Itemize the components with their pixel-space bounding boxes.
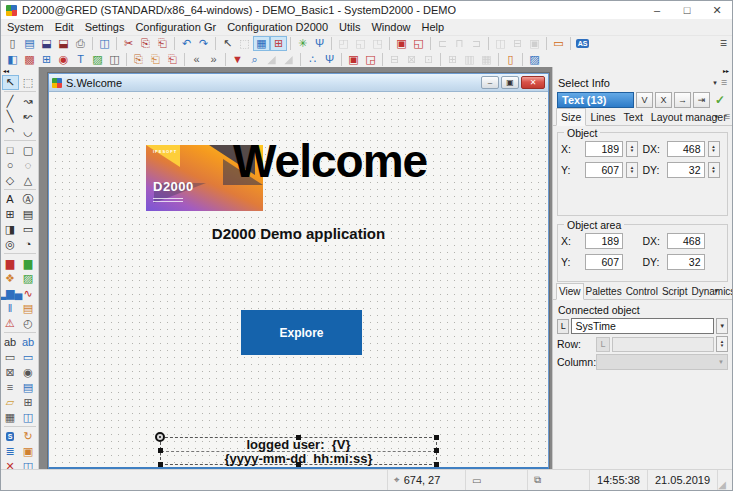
- bitmap-tool-icon[interactable]: ▨: [20, 271, 37, 286]
- display-tool-icon[interactable]: ◫: [20, 459, 37, 469]
- palette-view-icon[interactable]: ▩: [21, 52, 38, 67]
- palette-tool-icon[interactable]: ❖: [2, 271, 19, 286]
- picture-settings-icon[interactable]: ◫: [96, 36, 113, 51]
- tab-layout-manager[interactable]: Layout manager: [647, 109, 731, 125]
- combo-dropdown-icon[interactable]: ▼: [716, 318, 728, 334]
- print-icon[interactable]: ⎙: [72, 36, 89, 51]
- close-button[interactable]: ✕: [702, 1, 732, 19]
- undo-icon[interactable]: ↶: [178, 36, 195, 51]
- dialog-frame-icon[interactable]: ▯: [502, 52, 519, 67]
- rounded-rect-tool-icon[interactable]: ▢: [20, 143, 37, 158]
- paste-icon[interactable]: ⎗: [154, 36, 171, 51]
- selection-x-button[interactable]: X: [655, 92, 672, 108]
- grid-toggle-icon[interactable]: ▦: [253, 36, 270, 51]
- selection-handle[interactable]: [158, 462, 163, 467]
- rectangle-tool-icon[interactable]: □: [2, 143, 19, 158]
- object-dy-input[interactable]: [667, 162, 705, 178]
- previous-icon[interactable]: «: [188, 52, 205, 67]
- tab-text[interactable]: Text: [620, 109, 647, 125]
- toolbar-grip-icon[interactable]: ☰: [720, 39, 729, 48]
- arc-tool-icon[interactable]: ◠: [2, 124, 19, 139]
- diamond-tool-icon[interactable]: ◇: [2, 173, 19, 188]
- send-backward-icon[interactable]: ◲: [362, 52, 379, 67]
- selection-handle[interactable]: [434, 462, 439, 467]
- toolbox-collapse-icon[interactable]: ◂◂: [1, 67, 38, 75]
- browser-tool-icon[interactable]: ▣: [20, 444, 37, 459]
- panel-grip-icon[interactable]: ☰: [724, 113, 730, 121]
- toggle-tool-icon[interactable]: ▭: [20, 350, 37, 365]
- swt-tool-icon[interactable]: S: [2, 429, 19, 444]
- tab-dynamics[interactable]: Dynamics: [689, 284, 732, 299]
- menu-item-window[interactable]: Window: [371, 21, 410, 33]
- panel-pin-icon[interactable]: ▸▸: [553, 67, 732, 76]
- frame-tool-icon[interactable]: ▭: [20, 222, 37, 237]
- bar-graph-tool-icon[interactable]: ▂▆▄: [2, 286, 19, 301]
- display-view-icon[interactable]: ◫: [106, 52, 123, 67]
- cut-icon[interactable]: ✂: [120, 36, 137, 51]
- button-tool-icon[interactable]: ▭: [2, 350, 19, 365]
- minimize-button[interactable]: –: [642, 1, 672, 19]
- paste-special-icon[interactable]: ⎗: [164, 52, 181, 67]
- report-tool-icon[interactable]: ▤: [20, 301, 37, 316]
- edit-text-tool-icon[interactable]: ab: [2, 335, 19, 350]
- new-picture-icon[interactable]: ▯: [4, 36, 21, 51]
- table-tool-icon[interactable]: ⊞: [20, 395, 37, 410]
- zoom-icon[interactable]: ⌕: [246, 52, 263, 67]
- tile-view-icon[interactable]: ⊞: [38, 52, 55, 67]
- tab-lines[interactable]: Lines: [586, 109, 619, 125]
- record-view-icon[interactable]: ◉: [55, 52, 72, 67]
- menu-item-configuration-d2000[interactable]: Configuration D2000: [227, 21, 328, 33]
- menu-item-configuration-gr[interactable]: Configuration Gr: [135, 21, 216, 33]
- resize-grip-icon[interactable]: ◢: [718, 470, 732, 490]
- object-dx-input[interactable]: [667, 141, 705, 157]
- copy-icon[interactable]: ⎘: [137, 36, 154, 51]
- combo-tool-icon[interactable]: ▤: [20, 380, 37, 395]
- bring-forward-icon[interactable]: ▣: [345, 52, 362, 67]
- panel-grip-icon[interactable]: ☰: [721, 79, 727, 87]
- maximize-button[interactable]: □: [672, 1, 702, 19]
- explore-button[interactable]: Explore: [241, 310, 362, 355]
- select-tool-icon[interactable]: ↖: [219, 36, 236, 51]
- send-to-back-icon[interactable]: ◱: [410, 36, 427, 51]
- clock-tool-icon[interactable]: ◴: [20, 316, 37, 331]
- save-as-icon[interactable]: ⬓: [55, 36, 72, 51]
- panel-view-icon[interactable]: ◧: [4, 52, 21, 67]
- sector-tool-icon[interactable]: ◔: [20, 237, 37, 252]
- line-tool-icon[interactable]: ╱: [2, 94, 19, 109]
- select-info-tab[interactable]: Select Info: [558, 77, 610, 89]
- selection-end-button[interactable]: ⇥: [693, 92, 710, 108]
- color-bar-tool-icon[interactable]: ▆: [2, 256, 19, 271]
- lasso-tool-icon[interactable]: ⬚: [20, 75, 37, 90]
- selection-badge[interactable]: Text (13): [557, 92, 634, 108]
- picture-minimize-button[interactable]: –: [481, 76, 499, 89]
- picture-close-button[interactable]: ✕: [521, 76, 545, 89]
- alarm-tool-icon[interactable]: ⚠: [2, 316, 19, 331]
- tab-palettes[interactable]: Palettes: [584, 284, 624, 299]
- tree-tool-icon[interactable]: ▦: [2, 410, 19, 425]
- selection-handle[interactable]: [296, 435, 301, 440]
- picture-maximize-button[interactable]: ▣: [501, 76, 519, 89]
- save-icon[interactable]: ⬓: [38, 36, 55, 51]
- dy-spinner[interactable]: ▲▼: [708, 162, 720, 178]
- selection-handle[interactable]: [434, 435, 439, 440]
- picture-title-bar[interactable]: S.Welcome – ▣ ✕: [49, 74, 548, 92]
- selection-v-button[interactable]: V: [636, 92, 653, 108]
- tab-tool-icon[interactable]: ▱: [2, 395, 19, 410]
- tab-script[interactable]: Script: [660, 284, 690, 299]
- selection-handle[interactable]: [434, 448, 439, 453]
- redo-icon[interactable]: ↷: [195, 36, 212, 51]
- circle3d-tool-icon[interactable]: ◎: [2, 237, 19, 252]
- chevron-down-icon[interactable]: ▾: [713, 79, 717, 87]
- chevron-down-icon[interactable]: ▾: [714, 287, 718, 295]
- selected-text-object[interactable]: logged user: {V} {yyyy-mm-dd hh:mi:ss}: [160, 437, 437, 465]
- line-arrow-tool-icon[interactable]: ╲: [2, 109, 19, 124]
- drawing-canvas[interactable]: IPESOFT D2000 Welcome D2000 Demo applica…: [49, 92, 548, 467]
- active-picture-script-icon[interactable]: AS: [574, 36, 591, 51]
- connected-object-input[interactable]: [571, 318, 714, 334]
- subpicture-tool-icon[interactable]: ◫: [20, 410, 37, 425]
- checkbox-tool-icon[interactable]: ⊠: [2, 365, 19, 380]
- connect-objects-icon[interactable]: ✳: [294, 36, 311, 51]
- tab-control[interactable]: Control: [624, 284, 660, 299]
- text-view-icon[interactable]: T: [72, 52, 89, 67]
- object-x-input[interactable]: [585, 141, 623, 157]
